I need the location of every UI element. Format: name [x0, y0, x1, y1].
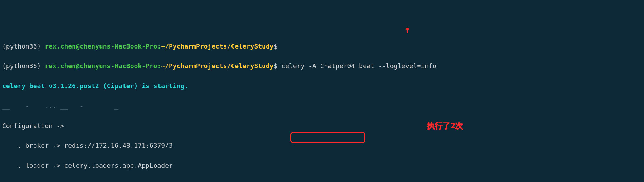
task-name-highlight [290, 132, 365, 143]
prompt-line-1: (python36) rex.chen@chenyuns-MacBook-Pro… [2, 41, 642, 51]
command-text: celery -A Chatper04 beat --loglevel=info [277, 62, 436, 70]
cwd-path: ~/PycharmProjects/CeleryStudy [161, 42, 273, 50]
arrow-annotation: ↑ [404, 25, 410, 35]
celery-starting: celery beat v3.1.26.post2 (Cipater) is s… [2, 81, 642, 91]
execution-count-annotation: 执行了2次 [427, 120, 463, 132]
venv-label: (python36) [2, 62, 45, 70]
cwd-path: ~/PycharmProjects/CeleryStudy [161, 62, 273, 70]
banner-art: __ - ... __ - _ [2, 101, 642, 111]
user-host: rex.chen@chenyuns-MacBook-Pro [45, 42, 157, 50]
config-scheduler: . scheduler -> celery.beat.PersistentSch… [2, 181, 642, 182]
config-header: Configuration -> [2, 121, 642, 131]
prompt-line-2: (python36) rex.chen@chenyuns-MacBook-Pro… [2, 61, 642, 71]
user-host: rex.chen@chenyuns-MacBook-Pro [45, 62, 157, 70]
config-loader: . loader -> celery.loaders.app.AppLoader [2, 161, 642, 171]
venv-label: (python36) [2, 42, 45, 50]
